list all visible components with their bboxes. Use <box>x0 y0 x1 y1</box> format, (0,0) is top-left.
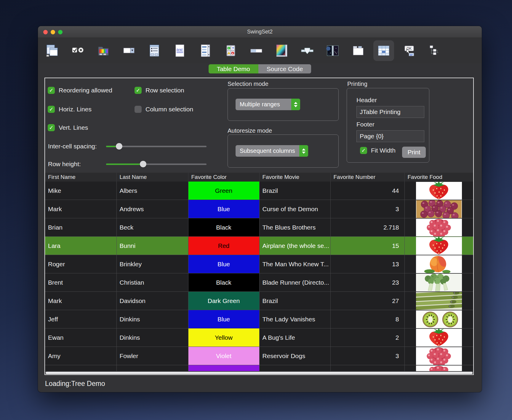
table-row[interactable]: RogerBrinkleyBlueThe Man Who Knew T...13 <box>45 255 473 273</box>
favorite-movie-cell[interactable]: A Bug's Life <box>259 328 330 347</box>
slider-thumb[interactable] <box>116 143 122 150</box>
header-input[interactable] <box>356 106 424 118</box>
column-header-last-name[interactable]: Last Name <box>116 173 188 182</box>
column-header-first-name[interactable]: First Name <box>45 173 116 182</box>
zoom-button[interactable] <box>58 30 63 34</box>
table-row[interactable]: MarkAndrewsBlueCurse of the Demon3 <box>45 200 473 218</box>
autoresize-mode-dropdown[interactable]: Subsequent columns <box>236 145 308 157</box>
favorite-food-cell[interactable] <box>404 273 473 292</box>
favorite-color-cell[interactable]: Black <box>188 273 259 292</box>
favorite-food-cell[interactable] <box>404 292 473 310</box>
favorite-color-cell[interactable]: Blue <box>188 310 259 328</box>
last-name-cell[interactable]: Fowler <box>116 347 188 365</box>
favorite-number-cell[interactable]: 23 <box>330 273 404 292</box>
inter-cell-spacing-slider[interactable] <box>106 143 207 150</box>
favorite-number-cell[interactable]: 2.718 <box>330 218 404 237</box>
row-height-slider[interactable] <box>106 161 207 168</box>
favorite-movie-cell[interactable]: Airplane (the whole se... <box>259 237 330 255</box>
favorite-color-cell[interactable]: Dark Green <box>188 292 259 310</box>
toolbar-button-file-chooser-demo[interactable] <box>148 44 161 57</box>
toolbar-button-option-pane-demo[interactable]: i?x <box>224 44 238 57</box>
favorite-food-cell[interactable] <box>404 328 473 347</box>
favorite-number-cell[interactable]: 2 <box>330 328 404 347</box>
last-name-cell[interactable]: Andrews <box>116 200 188 218</box>
last-name-cell[interactable]: Dinkins <box>116 328 188 347</box>
toolbar-button-button-demo[interactable] <box>71 44 85 57</box>
first-name-cell[interactable]: Mike <box>45 182 116 200</box>
close-button[interactable] <box>43 30 48 34</box>
minimize-button[interactable] <box>51 30 55 34</box>
toolbar-button-html-demo[interactable]: text <box>173 44 187 57</box>
vert-lines-checkbox[interactable]: Vert. Lines <box>48 124 88 132</box>
table-row[interactable]: BrianBeckBlackThe Blues Brothers2.718 <box>45 218 473 237</box>
toolbar-button-tabbed-pane-demo[interactable] <box>351 44 365 57</box>
fit-width-checkbox[interactable]: Fit Width <box>360 147 396 154</box>
last-name-cell[interactable]: Dinkins <box>116 310 188 328</box>
first-name-cell[interactable]: Jeff <box>45 310 116 328</box>
toolbar-button-list-demo[interactable] <box>199 44 212 57</box>
first-name-cell[interactable]: Amy <box>45 347 116 365</box>
column-header-favorite-food[interactable]: Favorite Food <box>404 173 473 182</box>
toolbar-button-tree-demo[interactable] <box>428 44 441 57</box>
column-header-favorite-number[interactable]: Favorite Number <box>330 173 404 182</box>
favorite-number-cell[interactable]: 8 <box>330 310 404 328</box>
table-row[interactable]: BrentChristianBlackBlade Runner (Directo… <box>45 273 473 292</box>
first-name-cell[interactable]: Brent <box>45 273 116 292</box>
favorite-movie-cell[interactable]: The Lady Vanishes <box>259 310 330 328</box>
favorite-food-cell[interactable] <box>404 347 473 365</box>
last-name-cell[interactable]: Davidson <box>116 292 188 310</box>
favorite-movie-cell[interactable]: The Blues Brothers <box>259 218 330 237</box>
favorite-food-cell[interactable] <box>404 310 473 328</box>
footer-input[interactable] <box>356 130 424 142</box>
first-name-cell[interactable]: Mark <box>45 292 116 310</box>
favorite-color-cell[interactable]: Violet <box>188 347 259 365</box>
last-name-cell[interactable]: Bunni <box>116 237 188 255</box>
favorite-color-cell[interactable]: Blue <box>188 200 259 218</box>
favorite-number-cell[interactable]: 3 <box>330 347 404 365</box>
column-selection-checkbox[interactable]: Column selection <box>135 105 193 113</box>
favorite-food-cell[interactable] <box>404 255 473 273</box>
favorite-color-cell[interactable]: Red <box>188 237 259 255</box>
favorite-movie-cell[interactable]: Blade Runner (Directo... <box>259 273 330 292</box>
favorite-color-cell[interactable]: Yellow <box>188 328 259 347</box>
selection-mode-dropdown[interactable]: Multiple ranges <box>236 99 300 110</box>
toolbar-button-scroll-pane-demo[interactable] <box>275 44 289 57</box>
tab-source-code[interactable]: Source Code <box>258 64 311 73</box>
table-row[interactable]: JeffDinkinsBlueThe Lady Vanishes8 <box>45 310 473 328</box>
toolbar-button-internal-frame-demo[interactable] <box>46 44 59 57</box>
row-selection-checkbox[interactable]: Row selection <box>135 86 184 94</box>
horizontal-scrollbar[interactable] <box>46 372 473 374</box>
favorite-movie-cell[interactable]: The Man Who Knew T... <box>259 255 330 273</box>
first-name-cell[interactable]: Brian <box>45 218 116 237</box>
toolbar-button-combo-box-demo[interactable] <box>122 44 136 57</box>
table-scroll-viewport[interactable]: First NameLast NameFavorite ColorFavorit… <box>45 173 473 371</box>
favorite-color-cell[interactable]: Blue <box>188 255 259 273</box>
toolbar-button-color-chooser-demo[interactable] <box>97 44 110 57</box>
first-name-cell[interactable]: Hania <box>45 365 116 371</box>
toolbar-button-progress-bar-demo[interactable] <box>249 44 263 57</box>
column-header-favorite-movie[interactable]: Favorite Movie <box>259 173 330 182</box>
titlebar[interactable]: SwingSet2 <box>38 26 482 38</box>
first-name-cell[interactable]: Roger <box>45 255 116 273</box>
table-row[interactable]: MarkDavidsonDark GreenBrazil27 <box>45 292 473 310</box>
favorite-food-cell[interactable] <box>404 182 473 200</box>
table-row[interactable]: MikeAlbersGreenBrazil44 <box>45 182 473 200</box>
favorite-number-cell[interactable]: 13 <box>330 255 404 273</box>
favorite-number-cell[interactable]: 44 <box>330 182 404 200</box>
favorite-movie-cell[interactable]: Brazil <box>259 182 330 200</box>
toolbar-button-table-demo[interactable] <box>377 44 391 57</box>
favorite-number-cell[interactable]: 5 <box>330 365 404 371</box>
last-name-cell[interactable]: Albers <box>116 182 188 200</box>
table-row[interactable]: AmyFowlerVioletReservoir Dogs3 <box>45 347 473 365</box>
favorite-number-cell[interactable]: 3 <box>330 200 404 218</box>
favorite-food-cell[interactable] <box>404 365 473 371</box>
favorite-color-cell[interactable]: Black <box>188 218 259 237</box>
favorite-food-cell[interactable] <box>404 237 473 255</box>
table-row[interactable]: LaraBunniRedAirplane (the whole se...15 <box>45 237 473 255</box>
horiz-lines-checkbox[interactable]: Horiz. Lines <box>48 105 92 113</box>
favorite-color-cell[interactable]: Green <box>188 182 259 200</box>
slider-thumb[interactable] <box>140 161 146 167</box>
favorite-color-cell[interactable]: Purple <box>188 365 259 371</box>
favorite-movie-cell[interactable]: Curse of the Demon <box>259 200 330 218</box>
favorite-number-cell[interactable]: 15 <box>330 237 404 255</box>
